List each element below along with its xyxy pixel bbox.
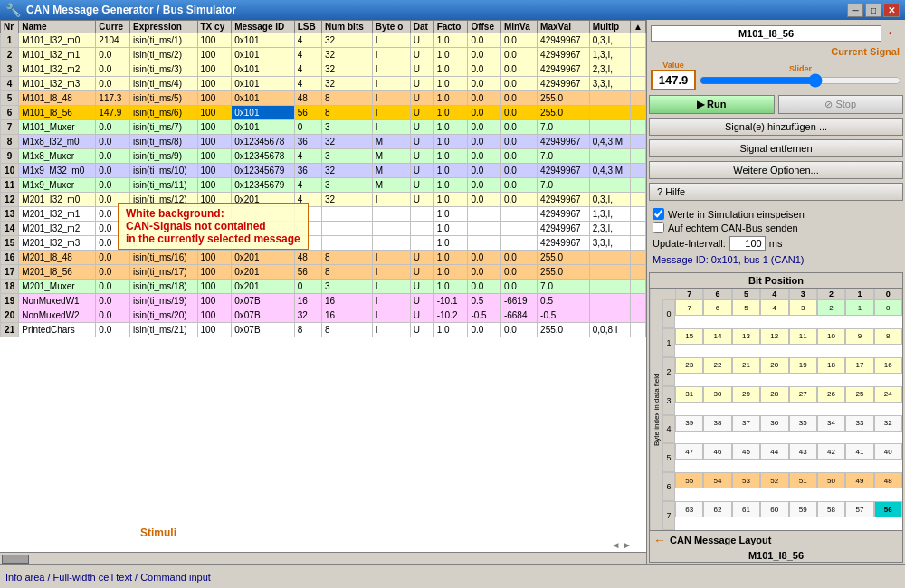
add-signal-button[interactable]: Signal(e) hinzufügen ... — [649, 118, 903, 136]
bit-cell[interactable]: 3 — [789, 299, 817, 316]
bit-cell[interactable]: 33 — [845, 415, 873, 432]
bit-cell[interactable]: 49 — [845, 472, 873, 488]
bit-cell[interactable]: 13 — [732, 328, 760, 345]
table-row[interactable]: 20NonMuxedW20.0isin(ti_ms/20)1000x07B321… — [1, 308, 646, 323]
bit-cell[interactable]: 18 — [817, 357, 845, 374]
table-row[interactable]: 21PrintedChars0.0isin(ti_ms/21)1000x07B8… — [1, 323, 646, 337]
more-options-button[interactable]: Weitere Optionen... — [649, 161, 903, 179]
bit-cell[interactable]: 24 — [874, 386, 902, 403]
bit-cell[interactable]: 1 — [845, 299, 873, 316]
bit-cell[interactable]: 7 — [675, 299, 703, 316]
bit-cell[interactable]: 48 — [874, 472, 902, 488]
table-row[interactable]: 5M101_I8_48117.3isin(ti_ms/5)1000x101488… — [1, 91, 646, 106]
bit-cell[interactable]: 11 — [789, 328, 817, 345]
bit-cell[interactable]: 38 — [703, 415, 731, 432]
bit-cell[interactable]: 44 — [760, 443, 788, 460]
bit-cell[interactable]: 50 — [817, 472, 845, 488]
bit-cell[interactable]: 47 — [675, 443, 703, 460]
bit-cell[interactable]: 39 — [675, 415, 703, 432]
bit-cell[interactable]: 15 — [675, 328, 703, 345]
table-row[interactable]: 3M101_I32_m20.0isin(ti_ms/3)1000x101432I… — [1, 62, 646, 77]
table-row[interactable]: 4M101_I32_m30.0isin(ti_ms/4)1000x101432I… — [1, 77, 646, 91]
update-interval-input[interactable] — [729, 236, 766, 251]
table-row[interactable]: 12M201_I32_m00.0isin(ti_ms/12)1000x20143… — [1, 193, 646, 207]
table-row[interactable]: 8M1x8_I32_m00.0isin(ti_ms/8)1000x1234567… — [1, 135, 646, 149]
table-row[interactable]: 17M201_I8_560.0isin(ti_ms/17)1000x201568… — [1, 265, 646, 280]
bit-cell[interactable]: 41 — [845, 443, 873, 460]
bit-cell[interactable]: 20 — [760, 357, 788, 374]
bit-cell[interactable]: 27 — [789, 386, 817, 403]
bit-cell[interactable]: 35 — [789, 415, 817, 432]
bit-cell[interactable]: 14 — [703, 328, 731, 345]
table-row[interactable]: 2M101_I32_m10.0isin(ti_ms/2)1000x101432I… — [1, 48, 646, 62]
bit-cell[interactable]: 37 — [732, 415, 760, 432]
table-row[interactable]: 6M101_I8_56147.9isin(ti_ms/6)1000x101568… — [1, 106, 646, 120]
close-button[interactable]: ✕ — [883, 3, 900, 17]
table-row[interactable]: 13M201_I32_m10.0i:1.0429499671,3,I, — [1, 207, 646, 222]
bit-cell[interactable]: 5 — [732, 299, 760, 316]
bit-cell[interactable]: 32 — [874, 415, 902, 432]
bit-cell[interactable]: 40 — [874, 443, 902, 460]
bit-cell[interactable]: 21 — [732, 357, 760, 374]
table-row[interactable]: 18M201_Muxer0.0isin(ti_ms/18)1000x20103I… — [1, 280, 646, 294]
bit-cell[interactable]: 43 — [789, 443, 817, 460]
bit-cell[interactable]: 62 — [703, 501, 731, 517]
bit-cell[interactable]: 10 — [817, 328, 845, 345]
bit-cell[interactable]: 45 — [732, 443, 760, 460]
bit-cell[interactable]: 17 — [845, 357, 873, 374]
table-row[interactable]: 9M1x8_Muxer0.0isin(ti_ms/9)1000x12345678… — [1, 149, 646, 164]
bit-cell[interactable]: 58 — [817, 501, 845, 517]
help-button[interactable]: ? Hilfe — [649, 183, 903, 201]
bit-cell[interactable]: 29 — [732, 386, 760, 403]
bit-cell[interactable]: 22 — [703, 357, 731, 374]
bit-cell[interactable]: 61 — [732, 501, 760, 517]
bit-cell[interactable]: 56 — [874, 501, 902, 517]
bit-cell[interactable]: 23 — [675, 357, 703, 374]
horizontal-scrollbar[interactable] — [0, 552, 646, 564]
table-row[interactable]: 15M201_I32_m30.0i:1.0429499673,3,I, — [1, 236, 646, 251]
h-scrollbar-thumb[interactable] — [2, 555, 29, 564]
bit-cell[interactable]: 51 — [789, 472, 817, 488]
table-row[interactable]: 19NonMuxedW10.0isin(ti_ms/19)1000x07B161… — [1, 294, 646, 308]
bit-cell[interactable]: 59 — [789, 501, 817, 517]
bit-cell[interactable]: 55 — [675, 472, 703, 488]
bit-cell[interactable]: 30 — [703, 386, 731, 403]
bit-cell[interactable]: 52 — [760, 472, 788, 488]
bit-cell[interactable]: 0 — [874, 299, 902, 316]
table-scroll[interactable]: Nr Name Curre Expression TX cy Message I… — [0, 20, 646, 552]
bit-cell[interactable]: 8 — [874, 328, 902, 345]
bit-cell[interactable]: 42 — [817, 443, 845, 460]
bit-cell[interactable]: 53 — [732, 472, 760, 488]
bit-cell[interactable]: 46 — [703, 443, 731, 460]
bit-cell[interactable]: 4 — [760, 299, 788, 316]
bit-cell[interactable]: 19 — [789, 357, 817, 374]
stop-button[interactable]: ⊘ Stop — [778, 95, 904, 114]
value-slider[interactable] — [700, 73, 901, 88]
bit-cell[interactable]: 31 — [675, 386, 703, 403]
maximize-button[interactable]: □ — [865, 3, 881, 17]
bit-cell[interactable]: 60 — [760, 501, 788, 517]
checkbox-simulation[interactable] — [653, 208, 664, 220]
bit-cell[interactable]: 16 — [874, 357, 902, 374]
bit-cell[interactable]: 9 — [845, 328, 873, 345]
table-row[interactable]: 10M1x9_M32_m00.0isin(ti_ms/10)1000x12345… — [1, 164, 646, 178]
bit-cell[interactable]: 63 — [675, 501, 703, 517]
table-row[interactable]: 14M201_I32_m20.0i:1.0429499672,3,I, — [1, 222, 646, 236]
remove-signal-button[interactable]: Signal entfernen — [649, 139, 903, 157]
table-row[interactable]: 1M101_I32_m02104isin(ti_ms/1)1000x101432… — [1, 33, 646, 48]
table-row[interactable]: 16M201_I8_480.0isin(ti_ms/16)1000x201488… — [1, 251, 646, 265]
bit-cell[interactable]: 12 — [760, 328, 788, 345]
value-display[interactable]: 147.9 — [651, 70, 696, 90]
bit-cell[interactable]: 28 — [760, 386, 788, 403]
bit-cell[interactable]: 26 — [817, 386, 845, 403]
minimize-button[interactable]: ─ — [847, 3, 863, 17]
bit-cell[interactable]: 25 — [845, 386, 873, 403]
bit-cell[interactable]: 36 — [760, 415, 788, 432]
table-row[interactable]: 7M101_Muxer0.0isin(ti_ms/7)1000x10103IU1… — [1, 120, 646, 135]
bit-cell[interactable]: 6 — [703, 299, 731, 316]
bit-cell[interactable]: 57 — [845, 501, 873, 517]
run-button[interactable]: ▶ Run — [649, 95, 775, 114]
bit-cell[interactable]: 2 — [817, 299, 845, 316]
bit-cell[interactable]: 34 — [817, 415, 845, 432]
checkbox-canbus[interactable] — [653, 222, 664, 233]
